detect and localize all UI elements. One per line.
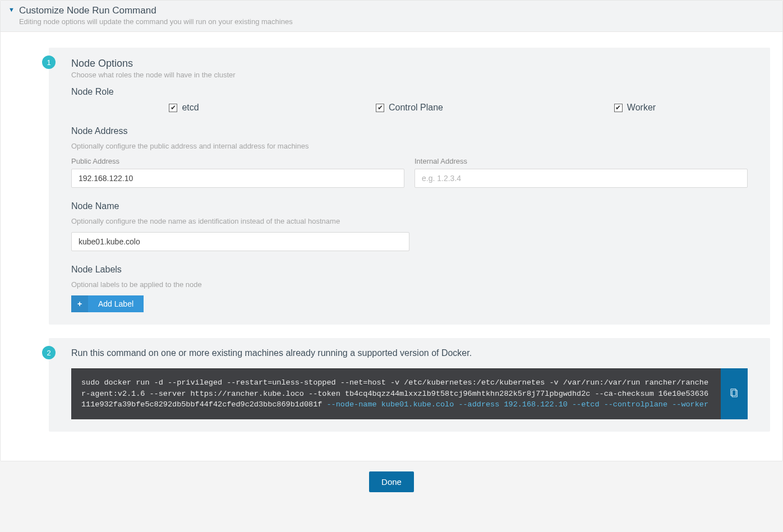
- step-2-badge: 2: [42, 346, 56, 359]
- internal-address-input[interactable]: [414, 169, 748, 188]
- command-output: sudo docker run -d --privileged --restar…: [71, 368, 721, 419]
- add-label-text: Add Label: [88, 295, 144, 312]
- node-address-help: Optionally configure the public address …: [71, 142, 748, 150]
- node-options-subtitle: Choose what roles the node will have in …: [71, 71, 748, 79]
- node-address-heading: Node Address: [71, 126, 748, 136]
- header-title: Customize Node Run Command: [19, 5, 293, 16]
- role-etcd-label: etcd: [182, 103, 199, 113]
- step-1-badge: 1: [42, 55, 56, 69]
- role-control-plane-label: Control Plane: [389, 103, 443, 113]
- plus-icon: +: [71, 295, 88, 312]
- node-name-help: Optionally configure the node name as id…: [71, 217, 748, 225]
- clipboard-icon: [729, 388, 739, 399]
- node-labels-help: Optional labels to be applied to the nod…: [71, 280, 748, 289]
- node-name-input[interactable]: [71, 232, 409, 251]
- checkbox-icon: ✔: [614, 104, 623, 112]
- header-subtitle: Editing node options will update the com…: [19, 17, 293, 26]
- node-name-heading: Node Name: [71, 201, 748, 211]
- collapsible-header[interactable]: ▼ Customize Node Run Command Editing nod…: [1, 1, 782, 32]
- copy-command-button[interactable]: [721, 368, 748, 419]
- checkbox-icon: ✔: [169, 104, 177, 112]
- footer: Done: [0, 461, 783, 506]
- step-2-panel: 2 Run this command on one or more existi…: [49, 338, 770, 432]
- role-worker-checkbox[interactable]: ✔ Worker: [614, 103, 656, 113]
- step-2-title: Run this command on one or more existing…: [71, 348, 748, 358]
- role-control-plane-checkbox[interactable]: ✔ Control Plane: [376, 103, 443, 113]
- node-options-title: Node Options: [71, 58, 748, 70]
- public-address-input[interactable]: [71, 169, 404, 188]
- node-role-heading: Node Role: [71, 87, 748, 97]
- node-labels-heading: Node Labels: [71, 265, 748, 275]
- public-address-label: Public Address: [71, 157, 404, 165]
- step-1-panel: 1 Node Options Choose what roles the nod…: [49, 48, 770, 325]
- role-worker-label: Worker: [627, 103, 656, 113]
- command-args: --node-name kube01.kube.colo --address 1…: [322, 400, 708, 409]
- role-etcd-checkbox[interactable]: ✔ etcd: [169, 103, 199, 113]
- checkbox-icon: ✔: [376, 104, 384, 112]
- done-button[interactable]: Done: [369, 471, 414, 492]
- internal-address-label: Internal Address: [414, 157, 748, 165]
- chevron-down-icon: ▼: [8, 6, 15, 13]
- add-label-button[interactable]: + Add Label: [71, 295, 144, 312]
